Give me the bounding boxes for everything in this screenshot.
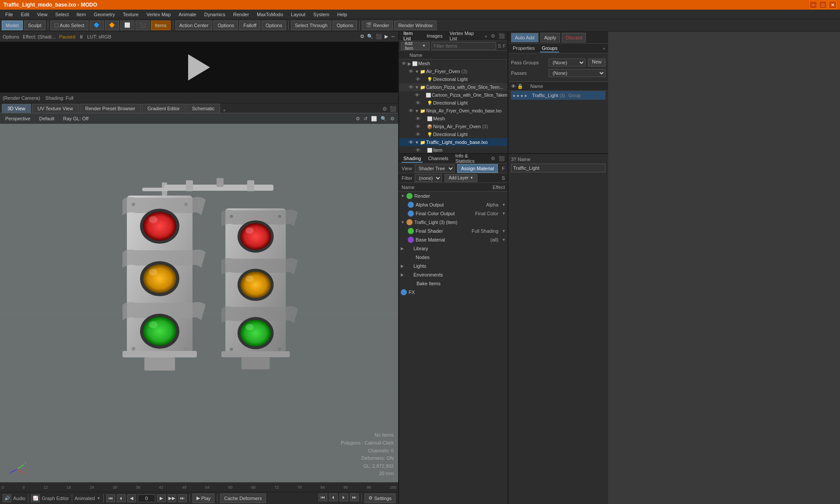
lut-selector[interactable]: LUT: sRGB [87, 34, 111, 39]
shader-tree-select[interactable]: Shader Tree [415, 164, 455, 172]
falloff-button[interactable]: Falloff [239, 21, 260, 30]
apply-button[interactable]: Apply [540, 33, 560, 42]
viewport-rotate-btn[interactable]: ↺ [364, 116, 368, 122]
shading-s-btn[interactable]: S [502, 175, 505, 181]
list-item-selected[interactable]: 👁 ▼ 📁 Traffic_Light_modo_base.lxo [399, 138, 508, 146]
raygl-toggle[interactable]: Ray GL: Off [61, 115, 90, 122]
groups-list[interactable]: ● ● ● ● Traffic_Light (3) Group [511, 91, 606, 150]
tab-properties[interactable]: Properties [511, 45, 536, 52]
shade-row-render[interactable]: ▼ Render [399, 192, 508, 200]
auto-select-button[interactable]: ⬚ Auto Select [50, 21, 88, 30]
vis-icon[interactable]: 👁 [408, 84, 414, 90]
shade-row-alpha[interactable]: Alpha Output Alpha ▼ [399, 200, 508, 209]
tab-render-preset[interactable]: Render Preset Browser [80, 104, 141, 113]
cache-deformers-btn[interactable]: Cache Deformers [220, 494, 266, 503]
add-item-button[interactable]: Add Item ▼ [401, 42, 430, 50]
vis-icon[interactable]: 👁 [408, 68, 414, 74]
vis-icon[interactable]: 👁 [401, 60, 407, 66]
tab-uv-texture[interactable]: UV Texture View [32, 104, 79, 113]
expand-icon[interactable]: ▶ [401, 264, 404, 268]
viewport-reset-btn[interactable]: ⬜ [371, 116, 377, 122]
item-search-input[interactable] [431, 42, 496, 50]
effect-arrow[interactable]: ▼ [502, 238, 506, 242]
render-button[interactable]: 🎬 Render [362, 21, 393, 30]
passes-select[interactable]: (None) [549, 69, 606, 77]
viewport-more-btn[interactable]: ⚙ [390, 116, 395, 122]
model-button[interactable]: Model [2, 21, 23, 30]
shade-row-environments[interactable]: ▶ Environments [399, 270, 508, 279]
graph-editor-icon[interactable]: 📈 [31, 494, 40, 502]
shade-row-fx[interactable]: FX [399, 288, 508, 297]
expand-icon[interactable]: ▶ [401, 246, 404, 251]
menu-vertex-map[interactable]: Vertex Map [143, 11, 175, 18]
vis-icon[interactable]: 👁 [415, 131, 421, 137]
options-button2[interactable]: Options [262, 21, 286, 30]
effect-arrow[interactable]: ▼ [502, 203, 506, 207]
tab-schematic[interactable]: Schematic [186, 104, 220, 113]
options-menu[interactable]: Options [3, 34, 19, 39]
shade-row-bake[interactable]: Bake Items [399, 279, 508, 288]
tab-3d-view[interactable]: 3D View [2, 104, 31, 113]
animated-dropdown[interactable]: ▼ [97, 496, 101, 500]
shade-row-traffic-light[interactable]: ▼ Traffic_Light (3) (Item) [399, 218, 508, 227]
list-item[interactable]: 👁 ▼ 📁 Air_Fryer_Oven (3) [399, 67, 508, 75]
vis-icon[interactable]: 👁 [415, 147, 421, 153]
vis-icon[interactable]: 👁 [415, 76, 421, 82]
plus-icon[interactable]: + [603, 46, 606, 51]
render-preview-icon1[interactable]: ⚙ [360, 34, 364, 39]
expand-icon[interactable]: ▼ [401, 194, 405, 198]
shading-label[interactable]: Shading: Full [46, 95, 74, 101]
expand-arrow[interactable]: ▶ [408, 61, 411, 66]
menu-animate[interactable]: Animate [175, 11, 200, 18]
audio-button[interactable]: 🔊 [3, 494, 11, 502]
pass-groups-select[interactable]: (None) [549, 59, 585, 66]
item-list-btn1[interactable]: F [503, 43, 506, 49]
perspective-toggle[interactable]: Perspective [4, 115, 32, 122]
filter-select[interactable]: (none) [415, 174, 442, 182]
step-forward-btn[interactable]: ▶▶ [168, 494, 176, 502]
item-list-settings[interactable]: ⚙ [491, 33, 495, 39]
expand-arrow[interactable]: ▼ [415, 69, 419, 74]
render-play-button[interactable] [188, 54, 210, 80]
action-center-button[interactable]: Action Center [175, 21, 213, 30]
toolbar-icon3[interactable]: ⬜ [120, 21, 134, 30]
3d-viewport[interactable]: Perspective Default Ray GL: Off ⚙ ↺ ⬜ 🔍 … [0, 113, 398, 492]
viewport-search-btn[interactable]: 🔍 [381, 116, 387, 122]
expand-arrow[interactable]: ▼ [415, 108, 419, 113]
options-button1[interactable]: Options [214, 21, 238, 30]
render-preview-icon5[interactable]: ↔ [391, 34, 396, 39]
shading-expand[interactable]: ⬛ [499, 156, 505, 161]
shading-f-btn[interactable]: F [502, 166, 505, 171]
filter-icon[interactable]: S [498, 43, 501, 49]
menu-select[interactable]: Select [52, 11, 72, 18]
items-button[interactable]: Items [151, 21, 171, 30]
list-item[interactable]: 👁 📦 Ninja_Air_Fryer_Oven (3) [399, 122, 508, 130]
render-preview-icon2[interactable]: 🔍 [367, 34, 373, 39]
list-item[interactable]: 👁 ▼ 📁 Ninja_Air_Fryer_Oven_modo_base.lxo [399, 107, 508, 115]
list-item[interactable]: 👁 ⬜ Cartoon_Pizza_with_One_Slice_Taken..… [399, 91, 508, 99]
sculpt-button[interactable]: Sculpt [24, 21, 46, 30]
close-button[interactable]: ✕ [829, 1, 836, 9]
item-list-add-tab[interactable]: + [485, 34, 487, 39]
list-item[interactable]: 👁 ▼ 📁 Cartoon_Pizza_with_One_Slice_Teen.… [399, 83, 508, 91]
tab-gradient-editor[interactable]: Gradient Editor [142, 104, 186, 113]
list-item[interactable]: 👁 💡 Directional Light [399, 99, 508, 107]
menu-file[interactable]: File [2, 11, 17, 18]
options-button3[interactable]: Options [332, 21, 357, 30]
viewport-settings-btn[interactable]: ⚙ [356, 116, 360, 122]
effect-selector[interactable]: Effect: (Shadi... [23, 34, 56, 39]
prev-frame-btn[interactable]: ◀ [127, 494, 136, 502]
menu-max-to-modo[interactable]: MaxToModo [253, 11, 287, 18]
step-back-btn[interactable]: ⏴ [117, 494, 126, 502]
maximize-button[interactable]: □ [819, 1, 827, 9]
pass-groups-new-btn[interactable]: New [588, 59, 606, 66]
list-item[interactable]: 👁 💡 Directional Light [399, 130, 508, 138]
transport-btn4[interactable]: ⏭ [350, 494, 359, 501]
add-viewport-tab[interactable]: + [223, 108, 225, 113]
goto-end-btn[interactable]: ⏭ [178, 494, 187, 502]
vis-icon[interactable]: 👁 [415, 92, 420, 98]
minimize-button[interactable]: ─ [809, 1, 817, 9]
menu-dynamics[interactable]: Dynamics [201, 11, 229, 18]
shading-settings[interactable]: ⚙ [491, 156, 495, 161]
toolbar-icon1[interactable]: 🔷 [90, 21, 104, 30]
